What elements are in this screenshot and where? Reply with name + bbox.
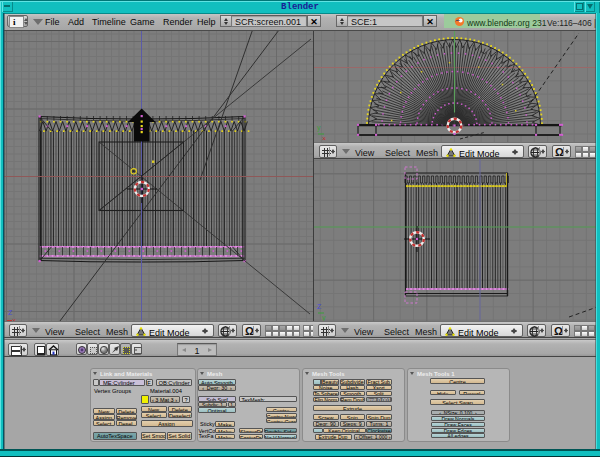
svg-text:y: y <box>322 314 326 321</box>
svg-text:y: y <box>317 124 321 132</box>
svg-text:Z: Z <box>8 309 13 316</box>
svg-text:Z: Z <box>317 303 322 310</box>
svg-text:×: × <box>322 135 326 142</box>
